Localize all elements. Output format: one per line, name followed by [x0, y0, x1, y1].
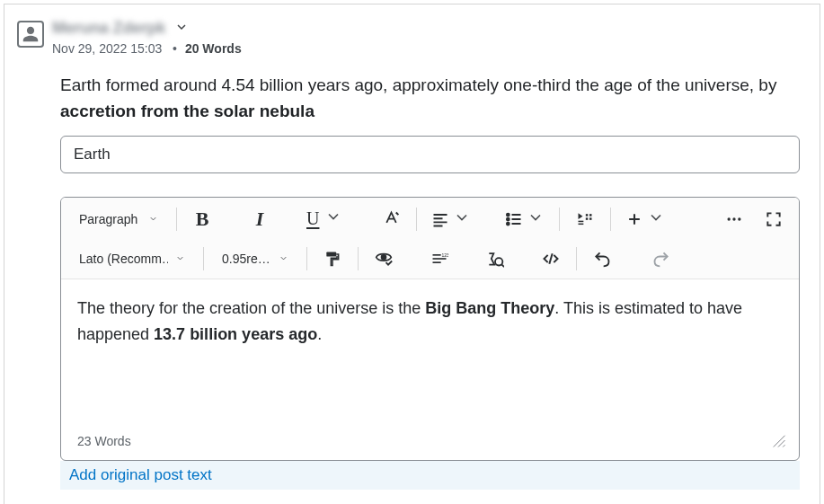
editor-word-count: 23 Words	[77, 434, 131, 448]
word-count-button[interactable]: 123	[427, 246, 452, 271]
underline-button[interactable]: U	[305, 207, 344, 232]
code-icon	[542, 250, 560, 268]
redo-button[interactable]	[649, 246, 674, 271]
plus-icon	[625, 210, 643, 228]
paragraph-group	[430, 207, 546, 232]
svg-point-20	[738, 217, 740, 220]
separator	[610, 208, 611, 231]
history-group	[589, 246, 674, 271]
ellipsis-icon	[725, 210, 743, 228]
source-code-button[interactable]	[538, 246, 563, 271]
insert-more-button[interactable]	[624, 207, 667, 232]
add-original-post-link[interactable]: Add original post text	[69, 466, 212, 483]
text-color-button[interactable]	[378, 207, 403, 232]
post-container: Meruna Zderpk Nov 29, 2022 15:03 • 20 Wo…	[4, 4, 820, 504]
editor-footer: 23 Words	[61, 423, 799, 460]
svg-rect-21	[326, 252, 336, 256]
fullscreen-button[interactable]	[761, 207, 786, 232]
insert-stuff-icon	[576, 210, 594, 228]
insert-media-button[interactable]	[572, 207, 598, 232]
title-input[interactable]	[60, 136, 800, 173]
word-count-icon: 123	[430, 250, 448, 268]
svg-text:123: 123	[442, 252, 449, 257]
svg-rect-12	[586, 214, 589, 217]
undo-icon	[593, 250, 611, 268]
equation-icon	[486, 250, 504, 268]
svg-point-27	[495, 258, 502, 265]
chevron-down-icon	[527, 208, 545, 230]
editor-toolbar: Paragraph B I U	[61, 198, 799, 279]
toolbar-row-2: Lato (Recomm… 0.95re…	[61, 239, 799, 279]
separator	[358, 247, 359, 270]
svg-rect-13	[589, 214, 592, 217]
text-color-icon	[382, 209, 401, 228]
post-word-count: 20 Words	[185, 41, 242, 56]
list-button[interactable]	[503, 207, 546, 232]
svg-line-32	[783, 445, 784, 447]
svg-line-28	[502, 265, 505, 268]
block-format-select[interactable]: Paragraph	[74, 208, 164, 230]
avatar	[17, 21, 44, 48]
accessibility-checker-button[interactable]	[371, 246, 396, 271]
post-timestamp: Nov 29, 2022 15:03	[52, 41, 162, 56]
separator	[576, 247, 577, 270]
insert-group: 123	[371, 246, 563, 271]
svg-rect-14	[586, 217, 589, 220]
rich-text-editor: Paragraph B I U	[60, 197, 800, 461]
undo-button[interactable]	[589, 246, 615, 271]
align-left-icon	[431, 210, 449, 228]
format-painter-button[interactable]	[320, 246, 345, 271]
chevron-down-icon	[174, 20, 189, 34]
more-actions-button[interactable]	[722, 207, 747, 232]
bullet-list-icon	[505, 210, 523, 228]
toolbar-row-1: Paragraph B I U	[61, 198, 799, 239]
svg-point-19	[732, 217, 735, 220]
font-size-select[interactable]: 0.95re…	[217, 248, 294, 270]
separator	[203, 247, 204, 270]
svg-point-5	[507, 217, 509, 220]
svg-rect-15	[589, 217, 592, 220]
separator	[176, 208, 177, 231]
separator	[416, 208, 417, 231]
svg-point-4	[507, 213, 509, 216]
svg-point-18	[728, 217, 731, 220]
italic-button[interactable]: I	[247, 207, 272, 232]
chevron-down-icon	[324, 208, 342, 230]
svg-point-6	[507, 222, 509, 225]
fullscreen-icon	[765, 210, 783, 228]
author-chevron[interactable]	[174, 20, 189, 38]
text-style-group: B I U	[190, 207, 403, 232]
resize-grip-icon	[770, 432, 786, 448]
align-button[interactable]	[430, 207, 473, 232]
chevron-down-icon	[647, 208, 665, 230]
chevron-down-icon	[175, 252, 185, 266]
separator	[559, 208, 560, 231]
meta-separator: •	[173, 41, 177, 56]
chevron-down-icon	[148, 212, 158, 226]
post-header: Meruna Zderpk Nov 29, 2022 15:03 • 20 Wo…	[17, 19, 800, 56]
author-name: Meruna Zderpk	[52, 19, 165, 38]
bold-button[interactable]: B	[190, 207, 215, 232]
post-meta: Nov 29, 2022 15:03 • 20 Words	[52, 41, 800, 56]
svg-line-29	[549, 253, 552, 264]
chevron-down-icon	[453, 208, 471, 230]
chevron-down-icon	[279, 252, 288, 266]
editor-content[interactable]: The theory for the creation of the unive…	[61, 279, 799, 423]
font-family-select[interactable]: Lato (Recomm…	[74, 248, 190, 270]
redo-icon	[652, 250, 670, 268]
author-row: Meruna Zderpk	[52, 19, 800, 38]
quoted-text: Earth formed around 4.54 billion years a…	[60, 72, 800, 125]
post-body: Earth formed around 4.54 billion years a…	[60, 72, 800, 490]
svg-rect-11	[579, 223, 584, 225]
svg-point-22	[382, 255, 386, 260]
eye-check-icon	[375, 250, 393, 268]
svg-line-30	[774, 436, 785, 447]
resize-handle[interactable]	[770, 432, 786, 451]
header-text: Meruna Zderpk Nov 29, 2022 15:03 • 20 Wo…	[52, 19, 800, 56]
equation-button[interactable]	[483, 246, 508, 271]
paint-roller-icon	[323, 250, 341, 268]
separator	[306, 247, 307, 270]
user-icon	[21, 24, 40, 44]
add-original-row: Add original post text	[60, 461, 800, 490]
svg-rect-10	[579, 221, 584, 223]
